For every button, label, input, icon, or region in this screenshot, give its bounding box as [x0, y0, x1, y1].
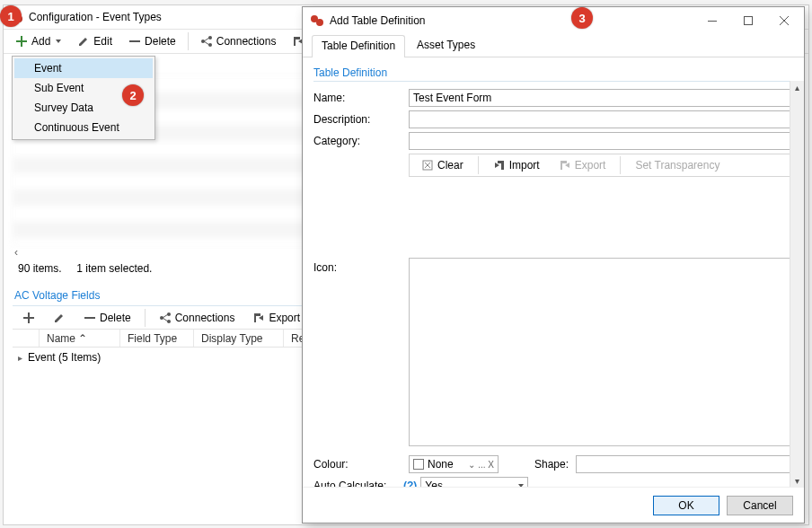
plus-icon	[22, 312, 35, 324]
icon-preview-box[interactable]	[409, 258, 793, 446]
label-auto-calculate: Auto Calculate:	[313, 480, 400, 487]
colour-swatch	[413, 459, 424, 470]
clear-button[interactable]: Clear	[415, 155, 470, 175]
svg-rect-6	[84, 317, 95, 319]
clear-icon	[421, 159, 434, 172]
label-colour: Colour:	[313, 458, 409, 471]
colour-picker[interactable]: None ⌄ ... X	[409, 455, 499, 473]
vertical-scrollbar[interactable]: ▴ ▾	[790, 81, 804, 487]
description-field[interactable]	[409, 110, 793, 128]
export-icon	[559, 159, 571, 172]
field-add-button[interactable]	[16, 308, 41, 328]
ok-button[interactable]: OK	[653, 496, 719, 515]
category-field[interactable]	[409, 132, 793, 150]
separator	[188, 32, 189, 50]
auto-calculate-combo[interactable]: Yes	[420, 477, 528, 487]
separator	[145, 309, 146, 327]
add-table-definition-dialog: Add Table Definition Table Definition As…	[302, 6, 805, 524]
icon-export-button[interactable]: Export	[552, 155, 613, 175]
chevron-down-icon	[518, 484, 524, 487]
annotation-step-3: 3	[571, 7, 593, 29]
minus-icon	[128, 35, 141, 48]
shape-field[interactable]	[576, 455, 793, 473]
help-icon[interactable]: (?)	[403, 480, 417, 487]
col-display-type[interactable]: Display Type	[194, 330, 284, 347]
annotation-step-1: 1	[0, 5, 22, 27]
edit-button[interactable]: Edit	[71, 31, 119, 51]
item-count: 90 items.	[18, 262, 62, 275]
separator	[478, 156, 479, 174]
label-name: Name:	[313, 92, 409, 104]
label-icon: Icon:	[313, 261, 409, 274]
pencil-icon	[77, 35, 90, 48]
main-title: Configuration - Event Types	[29, 11, 162, 23]
import-icon	[493, 159, 506, 172]
pencil-icon	[53, 312, 66, 324]
import-button[interactable]: Import	[487, 155, 546, 175]
tree-row-label: Event (5 Items)	[28, 351, 101, 364]
icon-toolbar: Clear Import Export Set Transparency	[409, 154, 793, 177]
export-icon	[252, 312, 265, 324]
selection-count: 1 item selected.	[76, 262, 152, 275]
chevron-right-icon: ▸	[18, 353, 22, 363]
chevron-down-icon	[56, 40, 61, 43]
field-edit-button[interactable]	[47, 308, 72, 328]
field-delete-button[interactable]: Delete	[77, 308, 137, 328]
svg-rect-2	[129, 40, 140, 42]
svg-rect-13	[708, 21, 717, 22]
col-name[interactable]: Name ⌃	[40, 330, 120, 347]
add-button[interactable]: Add	[9, 31, 67, 51]
col-field-type[interactable]: Field Type	[120, 330, 194, 347]
dialog-tabs: Table Definition Asset Types	[303, 34, 804, 57]
dialog-title: Add Table Definition	[330, 14, 426, 27]
dialog-titlebar[interactable]: Add Table Definition	[303, 7, 804, 34]
menu-item-continuous-event[interactable]: Continuous Event	[14, 118, 153, 137]
set-transparency-button[interactable]: Set Transparency	[629, 155, 726, 175]
expander-col	[13, 330, 40, 347]
annotation-step-2: 2	[122, 84, 144, 106]
plus-icon	[15, 35, 28, 48]
dialog-body: Table Definition Name: Description: Cate…	[303, 57, 804, 487]
connections-icon	[200, 35, 213, 48]
label-category: Category:	[313, 135, 409, 147]
delete-button[interactable]: Delete	[122, 31, 182, 51]
field-connections-button[interactable]: Connections	[153, 308, 242, 328]
minus-icon	[84, 312, 96, 324]
label-description: Description:	[313, 113, 409, 126]
svg-point-12	[316, 19, 323, 26]
tab-asset-types[interactable]: Asset Types	[407, 34, 485, 57]
name-field[interactable]	[409, 89, 793, 107]
cancel-button[interactable]: Cancel	[727, 496, 793, 515]
minimize-button[interactable]	[694, 8, 730, 33]
maximize-button[interactable]	[730, 8, 766, 33]
separator	[620, 156, 621, 174]
group-table-definition: Table Definition	[313, 65, 793, 82]
close-button[interactable]	[766, 8, 802, 33]
scroll-down-icon[interactable]: ▾	[791, 474, 804, 487]
scroll-up-icon[interactable]: ▴	[791, 81, 804, 93]
tab-table-definition[interactable]: Table Definition	[312, 35, 405, 57]
connections-button[interactable]: Connections	[194, 31, 283, 51]
dialog-footer: OK Cancel	[303, 487, 804, 523]
label-shape: Shape:	[534, 458, 569, 471]
app-logo-icon	[310, 13, 324, 28]
menu-item-event[interactable]: Event	[14, 58, 153, 78]
svg-rect-14	[745, 17, 753, 25]
connections-icon	[159, 312, 172, 324]
